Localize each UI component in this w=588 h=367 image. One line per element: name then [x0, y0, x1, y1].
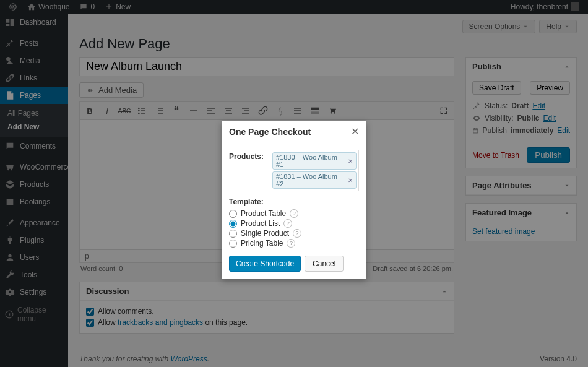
create-shortcode-button[interactable]: Create Shortcode — [229, 256, 301, 272]
help-icon[interactable]: ? — [287, 239, 295, 248]
template-radio[interactable] — [229, 210, 237, 218]
product-chip: #1831 – Woo Album #2✕ — [272, 171, 357, 189]
template-label: Template: — [229, 197, 359, 206]
template-option[interactable]: Single Product ? — [229, 228, 359, 238]
help-icon[interactable]: ? — [290, 209, 298, 218]
template-option[interactable]: Product List ? — [229, 218, 359, 228]
products-label: Products: — [229, 150, 264, 161]
one-page-checkout-modal: One Page Checkout ✕ Products: #1830 – Wo… — [222, 121, 366, 279]
template-radio[interactable] — [229, 230, 237, 238]
products-select[interactable]: #1830 – Woo Album #1✕#1831 – Woo Album #… — [270, 150, 359, 191]
cancel-button[interactable]: Cancel — [305, 256, 344, 272]
help-icon[interactable]: ? — [293, 229, 301, 238]
template-radio[interactable] — [229, 220, 237, 228]
remove-chip-icon[interactable]: ✕ — [348, 177, 353, 184]
template-radio[interactable] — [229, 240, 237, 248]
template-option[interactable]: Pricing Table ? — [229, 238, 359, 248]
modal-title: One Page Checkout — [229, 127, 311, 137]
help-icon[interactable]: ? — [283, 219, 292, 228]
remove-chip-icon[interactable]: ✕ — [348, 158, 353, 165]
modal-overlay[interactable]: One Page Checkout ✕ Products: #1830 – Wo… — [0, 0, 588, 367]
close-icon[interactable]: ✕ — [351, 126, 359, 137]
template-option[interactable]: Product Table ? — [229, 209, 359, 218]
product-chip: #1830 – Woo Album #1✕ — [272, 152, 357, 170]
